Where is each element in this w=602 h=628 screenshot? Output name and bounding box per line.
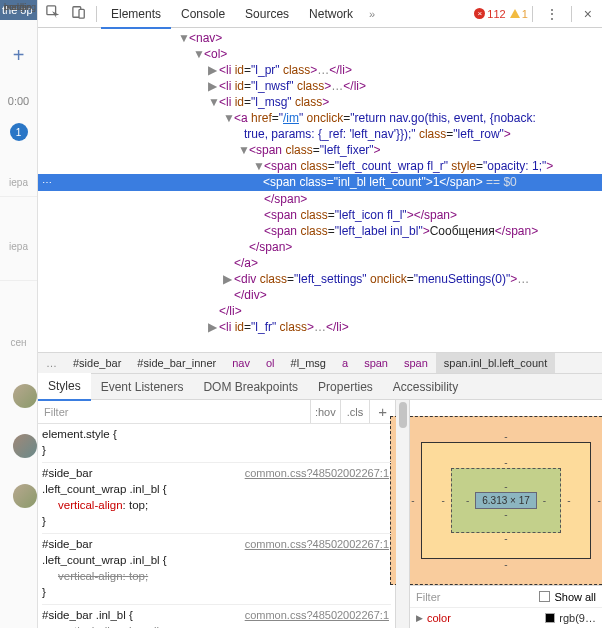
margin-right-value[interactable]: -: [597, 495, 600, 506]
border-left-value[interactable]: -: [442, 495, 445, 506]
close-devtools-icon[interactable]: ×: [576, 6, 600, 22]
css-rule[interactable]: element.style {}: [42, 426, 391, 463]
margin-top-value[interactable]: -: [411, 431, 601, 442]
devtools-tab-network[interactable]: Network: [299, 1, 363, 27]
sidebar-label: сен: [10, 337, 26, 348]
breadcrumb-item[interactable]: #side_bar: [65, 353, 129, 373]
scrollbar[interactable]: [396, 400, 410, 628]
class-toggle[interactable]: .cls: [340, 400, 370, 423]
elements-dom-tree[interactable]: ▼<nav>▼<ol>▶<li id="l_pr" class>…</li>▶<…: [38, 28, 602, 352]
breadcrumb-item[interactable]: a: [334, 353, 356, 373]
css-declaration[interactable]: vertical-align: baseline;: [42, 623, 391, 628]
avatar[interactable]: [13, 434, 37, 458]
css-rule[interactable]: common.css?48502002267:1#side_bar.left_c…: [42, 536, 391, 605]
stylesheet-source-link[interactable]: common.css?48502002267:1: [245, 465, 389, 481]
breadcrumb-item[interactable]: nav: [224, 353, 258, 373]
inspect-element-icon[interactable]: [40, 1, 66, 26]
breadcrumb-item[interactable]: #side_bar_inner: [129, 353, 224, 373]
styles-sidebar-tabs[interactable]: StylesEvent ListenersDOM BreakpointsProp…: [38, 374, 602, 400]
show-all-checkbox[interactable]: [539, 591, 550, 602]
devtools-tab-elements[interactable]: Elements: [101, 1, 171, 29]
breadcrumb-item[interactable]: span.inl_bl.left_count: [436, 353, 555, 373]
border-top-value[interactable]: -: [442, 457, 571, 468]
dom-tree-row[interactable]: </div>: [38, 287, 602, 303]
settings-menu-icon[interactable]: ⋮: [537, 6, 567, 22]
dom-tree-row[interactable]: <span class="left_label inl_bl">Сообщени…: [38, 223, 602, 239]
dom-tree-row[interactable]: ▼<li id="l_msg" class>: [38, 94, 602, 110]
devtools-toolbar: ElementsConsoleSourcesNetwork » ×112 1 ⋮…: [38, 0, 602, 28]
sidebar-label: іера: [9, 241, 28, 252]
dom-tree-row[interactable]: ▶<li id="l_pr" class>…</li>: [38, 62, 602, 78]
devtools-tab-console[interactable]: Console: [171, 1, 235, 27]
error-count[interactable]: ×112: [474, 8, 505, 20]
divider: [532, 6, 533, 22]
border-bottom-value[interactable]: -: [442, 533, 571, 544]
breadcrumb-item[interactable]: …: [38, 353, 65, 373]
divider: [571, 6, 572, 22]
warning-count[interactable]: 1: [510, 8, 528, 20]
background-app-strip: the op + 0:00 1 іера іера сен: [0, 0, 38, 628]
styles-tab-dom-breakpoints[interactable]: DOM Breakpoints: [193, 374, 308, 400]
computed-filter-input[interactable]: Filter: [416, 591, 539, 603]
styles-tab-accessibility[interactable]: Accessibility: [383, 374, 468, 400]
styles-tab-properties[interactable]: Properties: [308, 374, 383, 400]
dom-tree-row[interactable]: ⋯<span class="inl_bl left_count">1</span…: [38, 174, 602, 191]
more-tabs-chevron-icon[interactable]: »: [363, 8, 381, 20]
styles-rules-list[interactable]: element.style {}common.css?48502002267:1…: [38, 424, 395, 628]
notification-badge[interactable]: 1: [10, 123, 28, 141]
padding-bottom-value[interactable]: -: [466, 509, 546, 520]
disclosure-triangle-icon[interactable]: ▶: [416, 613, 423, 623]
dom-tree-row[interactable]: </span>: [38, 239, 602, 255]
dom-tree-row[interactable]: </a>: [38, 255, 602, 271]
dom-tree-row[interactable]: ▼<span class="left_count_wrap fl_r" styl…: [38, 158, 602, 174]
margin-bottom-value[interactable]: -: [411, 559, 601, 570]
color-swatch-icon[interactable]: [545, 613, 555, 623]
dom-tree-row[interactable]: ▶<li id="l_fr" class>…</li>: [38, 319, 602, 335]
dom-tree-row[interactable]: </span>: [38, 191, 602, 207]
dom-tree-row[interactable]: true, params: {_ref: 'left_nav'}});" cla…: [38, 126, 602, 142]
css-rule[interactable]: common.css?48502002267:1#side_bar.left_c…: [42, 465, 391, 534]
scrollbar-thumb[interactable]: [399, 402, 407, 428]
css-declaration[interactable]: vertical-align: top;: [42, 568, 391, 584]
dom-tree-row[interactable]: ▶<li id="l_nwsf" class>…</li>: [38, 78, 602, 94]
dom-tree-row[interactable]: ▼<nav>: [38, 30, 602, 46]
dom-tree-row[interactable]: ▼<a href="/im" onclick="return nav.go(th…: [38, 110, 602, 126]
devtools-panel: ElementsConsoleSourcesNetwork » ×112 1 ⋮…: [38, 0, 602, 628]
dom-tree-row[interactable]: ▼<ol>: [38, 46, 602, 62]
avatar[interactable]: [13, 384, 37, 408]
breadcrumb-item[interactable]: span: [396, 353, 436, 373]
styles-filter-input[interactable]: Filter: [38, 404, 310, 420]
device-toolbar-icon[interactable]: [66, 1, 92, 26]
dom-tree-row[interactable]: <span class="left_icon fl_l"></span>: [38, 207, 602, 223]
avatar[interactable]: [13, 484, 37, 508]
border-right-value[interactable]: -: [567, 495, 570, 506]
devtools-tab-sources[interactable]: Sources: [235, 1, 299, 27]
divider: [0, 280, 37, 281]
padding-top-value[interactable]: -: [466, 481, 546, 492]
box-model-widget[interactable]: margin - - border - - padding: [410, 400, 602, 585]
breadcrumb-item[interactable]: #l_msg: [283, 353, 334, 373]
styles-filter-bar: Filter :hov .cls +: [38, 400, 395, 424]
dom-tree-row[interactable]: ▶<div class="left_settings" onclick="men…: [38, 271, 602, 287]
dom-tree-row[interactable]: ▼<span class="left_fixer">: [38, 142, 602, 158]
css-rule[interactable]: common.css?48502002267:1#side_bar .inl_b…: [42, 607, 391, 628]
breadcrumb-item[interactable]: ol: [258, 353, 283, 373]
dom-breadcrumbs[interactable]: …#side_bar#side_bar_innernavol#l_msgaspa…: [38, 352, 602, 374]
add-button[interactable]: +: [13, 44, 25, 67]
hover-state-toggle[interactable]: :hov: [310, 400, 340, 423]
computed-property-row[interactable]: ▶ color rgb(9…: [410, 607, 602, 628]
styles-tab-styles[interactable]: Styles: [38, 373, 91, 401]
stylesheet-source-link[interactable]: common.css?48502002267:1: [245, 536, 389, 552]
css-declaration[interactable]: vertical-align: top;: [42, 497, 391, 513]
computed-prop-value: rgb(9…: [559, 612, 596, 624]
margin-left-value[interactable]: -: [411, 495, 414, 506]
dom-tree-row[interactable]: </li>: [38, 303, 602, 319]
stylesheet-source-link[interactable]: common.css?48502002267:1: [245, 607, 389, 623]
styles-bottom-pane: Filter :hov .cls + element.style {}commo…: [38, 400, 602, 628]
error-count-value: 112: [487, 8, 505, 20]
padding-right-value[interactable]: -: [543, 495, 546, 506]
padding-left-value[interactable]: -: [466, 495, 469, 506]
content-size[interactable]: 6.313 × 17: [475, 492, 537, 509]
breadcrumb-item[interactable]: span: [356, 353, 396, 373]
styles-tab-event-listeners[interactable]: Event Listeners: [91, 374, 194, 400]
